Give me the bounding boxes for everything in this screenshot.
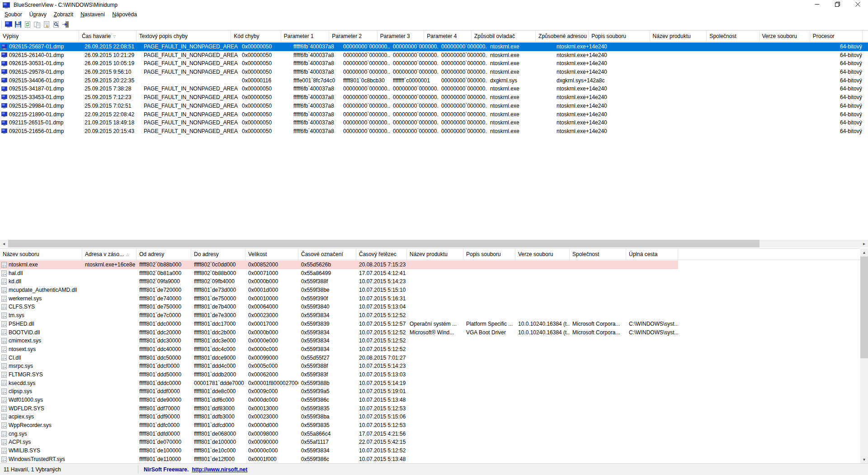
dump-file-icon xyxy=(1,44,7,49)
horizontal-scrollbar-thumb[interactable] xyxy=(8,240,760,247)
driver-row[interactable]: cmimcext.sysfffff801`ddc30000fffff801`dd… xyxy=(0,337,678,345)
driver-row[interactable]: mcupdate_AuthenticAMD.dllfffff801`de7200… xyxy=(0,286,678,294)
column-header-parameter-2[interactable]: Parameter 2 xyxy=(329,31,377,42)
column-header-popis-souboru[interactable]: Popis souboru xyxy=(589,31,650,42)
driver-row[interactable]: hal.dllfffff802`0b81a000fffff802`0b88b00… xyxy=(0,269,678,278)
column-header-textovy-popis-chyby[interactable]: Textový popis chyby xyxy=(137,31,231,42)
column-header-casove-oznaceni[interactable]: Časové označení xyxy=(298,249,356,260)
driver-row[interactable]: acpiex.sysfffff801`ddf90000fffff801`ddfb… xyxy=(0,413,678,421)
driver-row[interactable]: FLTMGR.SYSfffff801`ddd50000fffff801`dddb… xyxy=(0,370,678,379)
find-button[interactable] xyxy=(51,20,61,29)
dump-row[interactable]: 092015-21656-01.dmp20.09.2015 20:15:43PA… xyxy=(0,127,868,136)
header-filler xyxy=(863,31,868,42)
driver-row[interactable]: ntosext.sysfffff801`ddc40000fffff801`ddc… xyxy=(0,345,678,354)
dump-row[interactable]: 092615-25687-01.dmp26.09.2015 22:08:51PA… xyxy=(0,43,868,51)
column-header-kod-chyby[interactable]: Kód chyby xyxy=(231,31,281,42)
dump-row[interactable]: 092615-30531-01.dmp26.09.2015 10:05:19PA… xyxy=(0,59,868,68)
column-header-zpusobil-ovladac[interactable]: Způsobil ovladač xyxy=(472,31,536,42)
driver-row[interactable]: CI.dllfffff801`ddc50000fffff801`ddce9000… xyxy=(0,354,678,362)
driver-row[interactable]: Wdf01000.sysfffff801`dde90000fffff801`dd… xyxy=(0,396,678,404)
driver-row[interactable]: clipsp.sysfffff801`dddf0000fffff801`dde8… xyxy=(0,387,678,396)
driver-row[interactable]: tm.sysfffff801`de7c0000fffff801`de7e3000… xyxy=(0,311,678,320)
menu-nastaveni[interactable]: Nastavení xyxy=(77,10,108,19)
column-header-vypisy[interactable]: Výpisy xyxy=(0,31,79,42)
column-header-spolecnost[interactable]: Společnost xyxy=(707,31,759,42)
menu-upravy[interactable]: Úpravy xyxy=(26,10,50,19)
save-selected-button[interactable] xyxy=(13,20,23,29)
driver-row[interactable]: WDFLDR.SYSfffff801`ddf70000fffff801`ddf8… xyxy=(0,404,678,413)
cell-zpusobil-ovladac: ntoskrnl.exe xyxy=(487,43,554,51)
column-header-zpusobene-adresou[interactable]: Způsobené adresou xyxy=(536,31,589,42)
dump-row[interactable]: 092515-34187-01.dmp25.09.2015 7:38:28PAG… xyxy=(0,85,868,93)
cell-casovy-retezec: 10.07.2015 5:13:48 xyxy=(356,455,407,463)
scroll-up-arrow-icon[interactable]: ▴ xyxy=(860,248,868,256)
column-header-velikost[interactable]: Velikost xyxy=(245,249,298,260)
driver-row[interactable]: ACPI.sysfffff801`de070000fffff801`de1000… xyxy=(0,438,678,446)
driver-row[interactable]: WppRecorder.sysfffff801`ddfc0000fffff801… xyxy=(0,421,678,430)
column-header-nazev-souboru[interactable]: Název souboru xyxy=(0,249,82,260)
driver-row[interactable]: WindowsTrustedRT.sysfffff801`de110000fff… xyxy=(0,455,678,463)
advanced-options-button[interactable] xyxy=(61,20,70,29)
dump-row[interactable]: 092515-34406-01.dmp25.09.2015 20:22:350x… xyxy=(0,76,868,85)
column-header-do-adresy[interactable]: Do adresy xyxy=(191,249,245,260)
restore-button[interactable] xyxy=(827,0,848,10)
close-button[interactable] xyxy=(848,0,868,10)
minimize-button[interactable] xyxy=(807,0,827,10)
scroll-left-arrow-icon[interactable]: ◂ xyxy=(0,240,8,247)
scroll-down-arrow-icon[interactable]: ▾ xyxy=(860,456,868,463)
nirsoft-link[interactable]: http://www.nirsoft.net xyxy=(192,466,247,473)
crash-properties-button[interactable] xyxy=(4,20,13,29)
column-header-adresa-v-zaso[interactable]: Adresa v záso...△ xyxy=(82,249,137,260)
column-header-spolecnost[interactable]: Společnost xyxy=(570,249,626,260)
column-header-parameter-1[interactable]: Parameter 1 xyxy=(281,31,330,42)
column-header-nazev-produktu[interactable]: Název produktu xyxy=(650,31,707,42)
column-header-uplna-cesta[interactable]: Úplná cesta xyxy=(626,249,678,260)
title-bar[interactable]: BlueScreenView - C:\WINDOWS\Minidump xyxy=(0,0,868,10)
dump-row[interactable]: 092615-29578-01.dmp26.09.2015 9:56:10PAG… xyxy=(0,68,868,76)
cell-spolecnost xyxy=(731,93,785,102)
column-header-verze-souboru[interactable]: Verze souboru xyxy=(515,249,570,260)
driver-row[interactable]: WMILIB.SYSfffff801`de100000fffff801`de10… xyxy=(0,446,678,455)
dump-row[interactable]: 092215-21890-01.dmp22.09.2015 22:08:42PA… xyxy=(0,110,868,119)
cell-do-adresy: fffff801`ddd4c000 xyxy=(191,362,245,370)
driver-row[interactable]: PSHED.dllfffff801`ddc00000fffff801`ddc17… xyxy=(0,320,678,328)
cell-casove-oznaceni: 0x55d55f27 xyxy=(298,354,356,362)
vertical-scrollbar-thumb[interactable] xyxy=(860,256,868,358)
column-header-procesor[interactable]: Procesor xyxy=(810,31,863,42)
driver-row[interactable]: BOOTVID.dllfffff801`ddc20000fffff801`ddc… xyxy=(0,328,678,337)
properties-button[interactable] xyxy=(42,20,51,29)
driver-row[interactable]: cng.sysfffff801`ddfd0000fffff801`de06800… xyxy=(0,430,678,438)
minimize-icon xyxy=(815,2,820,8)
driver-row[interactable]: werkernel.sysfffff801`de740000fffff801`d… xyxy=(0,294,678,303)
menu-soubor[interactable]: Soubor xyxy=(1,10,26,19)
column-header-casovy-retezec[interactable]: Časový řetězec xyxy=(356,249,407,260)
driver-row[interactable]: msrpc.sysfffff801`ddcf0000fffff801`ddd4c… xyxy=(0,362,678,370)
column-header-nazev-produktu[interactable]: Název produktu xyxy=(407,249,463,260)
cell-kod-chyby: 0x00000050 xyxy=(239,59,291,68)
dump-row[interactable]: 092515-29984-01.dmp25.09.2015 7:02:51PAG… xyxy=(0,102,868,110)
menu-napoveda[interactable]: Nápověda xyxy=(108,10,141,19)
dump-row[interactable]: 092615-26140-01.dmp26.09.2015 10:21:29PA… xyxy=(0,51,868,60)
scroll-right-arrow-icon[interactable]: ▸ xyxy=(860,240,868,247)
driver-row[interactable]: kd.dllfffff802`09fa9000fffff802`09fb4000… xyxy=(0,277,678,286)
cell-kod-chyby: 0x00000050 xyxy=(239,127,291,136)
driver-row[interactable]: ntoskrnl.exentoskrnl.exe+16ce8efffff802`… xyxy=(0,261,678,269)
cell-procesor: 64-bitový xyxy=(837,110,868,119)
dump-row[interactable]: 092115-26515-01.dmp21.09.2015 18:49:18PA… xyxy=(0,119,868,127)
copy-selected-button[interactable] xyxy=(32,20,42,29)
sort-asc-icon: △ xyxy=(126,252,129,256)
horizontal-scrollbar[interactable]: ◂ ▸ xyxy=(0,240,868,247)
menu-zobrazit[interactable]: Zobrazit xyxy=(50,10,77,19)
column-header-popis-souboru[interactable]: Popis souboru xyxy=(463,249,515,260)
column-header-parameter-4[interactable]: Parameter 4 xyxy=(424,31,472,42)
driver-row[interactable]: CLFS.SYSfffff801`de750000fffff801`de7b40… xyxy=(0,303,678,311)
refresh-button[interactable] xyxy=(23,20,32,29)
column-header-verze-souboru[interactable]: Verze souboru xyxy=(760,31,810,42)
column-header-parameter-3[interactable]: Parameter 3 xyxy=(377,31,425,42)
column-header-cas-havarie[interactable]: Čas havarie▽ xyxy=(79,31,137,42)
driver-row[interactable]: ksecdd.sysfffff801`dddc000000001781`ddde… xyxy=(0,379,678,388)
vertical-scrollbar[interactable]: ▴ ▾ xyxy=(860,248,868,463)
column-header-od-adresy[interactable]: Od adresy xyxy=(137,249,191,260)
dump-row[interactable]: 092515-33453-01.dmp25.09.2015 7:12:23PAG… xyxy=(0,93,868,102)
cell-nazev-produktu xyxy=(407,294,463,303)
